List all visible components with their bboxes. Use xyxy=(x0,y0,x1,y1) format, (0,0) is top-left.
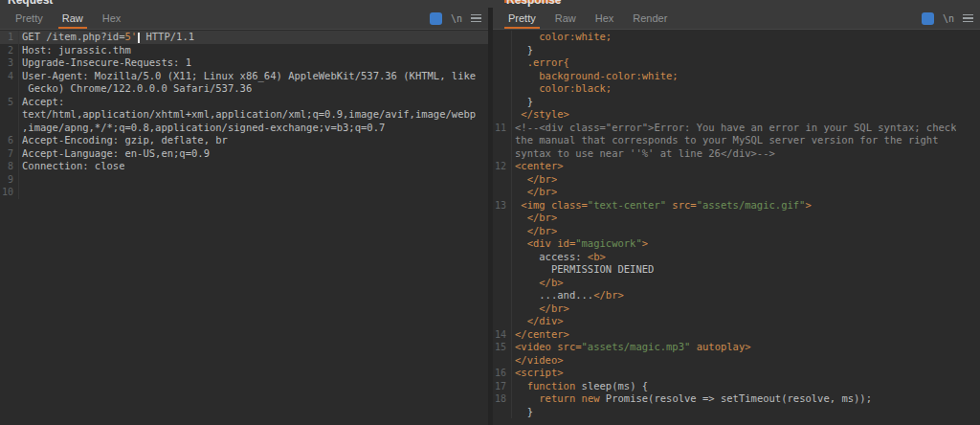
request-tabs: PrettyRawHex xyxy=(6,8,130,29)
code-text: </br> xyxy=(512,302,569,316)
code-line[interactable]: 16<script> xyxy=(493,367,980,380)
code-text: </div> xyxy=(512,315,564,328)
line-number xyxy=(493,315,512,328)
code-line[interactable]: 17 function sleep(ms) { xyxy=(493,380,980,393)
code-line[interactable]: 14</center> xyxy=(493,328,980,342)
code-text: Gecko) Chrome/122.0.0.0 Safari/537.36 xyxy=(19,82,252,96)
request-editor[interactable]: 1GET /item.php?id=5' HTTP/1.12Host: jura… xyxy=(0,30,488,425)
code-line[interactable]: color:black; xyxy=(493,82,980,96)
code-line[interactable]: ,image/apng,*/*;q=0.8,application/signed… xyxy=(0,122,488,135)
line-number: 3 xyxy=(0,56,19,70)
editor-menu-icon[interactable] xyxy=(471,14,481,23)
code-text: Accept-Language: en-US,en;q=0.9 xyxy=(19,147,210,161)
line-number xyxy=(493,237,512,251)
tab-raw[interactable]: Raw xyxy=(53,8,93,29)
code-line[interactable]: the manual that corresponds to your MySQ… xyxy=(493,134,980,147)
code-line[interactable]: </b> xyxy=(493,277,980,290)
tab-pretty[interactable]: Pretty xyxy=(6,8,53,29)
code-text: Connection: close xyxy=(19,160,124,173)
panel-captions: Request Response xyxy=(0,0,980,8)
code-line[interactable]: 10 xyxy=(0,186,488,199)
code-line[interactable]: syntax to use near ''%' at line 26</div>… xyxy=(493,147,980,161)
code-line[interactable]: 13 <img class="text-center" src="assets/… xyxy=(493,199,980,212)
code-line[interactable]: 18 return new Promise(resolve => setTime… xyxy=(493,392,980,406)
code-text: PERMISSION DEINED xyxy=(512,263,654,277)
code-text xyxy=(19,173,22,187)
response-caption-area: Response xyxy=(493,0,980,8)
code-line[interactable]: Gecko) Chrome/122.0.0.0 Safari/537.36 xyxy=(0,82,488,96)
code-line[interactable]: </div> xyxy=(493,315,980,328)
code-line[interactable]: </video> xyxy=(493,354,980,368)
code-text: </b> xyxy=(512,277,564,290)
code-line[interactable]: </br> xyxy=(493,173,980,187)
code-line[interactable]: text/html,application/xhtml+xml,applicat… xyxy=(0,108,488,122)
code-text: </br> xyxy=(512,173,557,187)
code-line[interactable]: 5Accept: xyxy=(0,96,488,109)
code-text: Accept-Encoding: gzip, deflate, br xyxy=(19,134,228,147)
code-text: access: <b> xyxy=(512,251,606,264)
code-line[interactable]: 3Upgrade-Insecure-Requests: 1 xyxy=(0,56,488,70)
response-tabbar: PrettyRawHexRender \n xyxy=(493,8,980,30)
line-number xyxy=(493,251,512,264)
code-text: ...and...</br> xyxy=(512,289,624,302)
code-text: } xyxy=(512,44,533,57)
request-caption[interactable]: Request xyxy=(8,0,53,7)
code-line[interactable]: </br> xyxy=(493,302,980,316)
code-line[interactable]: 11<!--<div class="error">Error: You have… xyxy=(493,122,980,135)
code-line[interactable]: background-color:white; xyxy=(493,70,980,83)
code-text: background-color:white; xyxy=(512,70,679,83)
line-number: 4 xyxy=(0,70,19,83)
code-text: color:white; xyxy=(512,31,612,44)
response-tabs: PrettyRawHexRender xyxy=(499,8,677,29)
code-line[interactable]: ...and...</br> xyxy=(493,289,980,302)
code-line[interactable]: color:white; xyxy=(493,31,980,44)
tab-render[interactable]: Render xyxy=(623,8,677,29)
code-line[interactable]: .error{ xyxy=(493,56,980,70)
tab-hex[interactable]: Hex xyxy=(586,8,624,29)
blue-square-icon[interactable] xyxy=(430,12,442,25)
code-line[interactable]: </br> xyxy=(493,225,980,238)
code-line[interactable]: 8Connection: close xyxy=(0,160,488,173)
code-text: <video src="assets/magic.mp3" autoplay> xyxy=(512,341,751,354)
code-line[interactable]: } xyxy=(493,96,980,109)
code-text: Host: jurassic.thm xyxy=(19,44,131,57)
line-number: 17 xyxy=(493,380,512,393)
code-line[interactable]: 15<video src="assets/magic.mp3" autoplay… xyxy=(493,341,980,354)
line-number xyxy=(493,186,512,199)
nonprintable-chars-icon[interactable]: \n xyxy=(943,13,954,24)
code-line[interactable]: 7Accept-Language: en-US,en;q=0.9 xyxy=(0,147,488,161)
code-line[interactable]: </br> xyxy=(493,186,980,199)
code-line[interactable]: access: <b> xyxy=(493,251,980,264)
code-text: syntax to use near ''%' at line 26</div>… xyxy=(512,147,775,161)
code-line[interactable]: PERMISSION DEINED xyxy=(493,263,980,277)
code-text: color:black; xyxy=(512,82,612,96)
line-number xyxy=(0,122,19,135)
line-number: 13 xyxy=(493,199,512,212)
code-text: </video> xyxy=(512,354,564,368)
code-line[interactable]: 4User-Agent: Mozilla/5.0 (X11; Linux x86… xyxy=(0,70,488,83)
code-text: } xyxy=(512,96,533,109)
blue-square-icon[interactable] xyxy=(922,12,934,25)
nonprintable-chars-icon[interactable]: \n xyxy=(451,13,462,24)
code-line[interactable]: </style> xyxy=(493,108,980,122)
code-line[interactable]: } xyxy=(493,44,980,57)
response-editor[interactable]: color:white; } .error{ background-color:… xyxy=(493,30,980,425)
code-line[interactable]: } xyxy=(493,406,980,419)
code-line[interactable]: </br> xyxy=(493,212,980,225)
tab-raw[interactable]: Raw xyxy=(546,8,586,29)
tab-pretty[interactable]: Pretty xyxy=(499,8,546,29)
code-line[interactable]: 12<center> xyxy=(493,160,980,173)
code-line[interactable]: <div id="magicwork"> xyxy=(493,237,980,251)
line-number: 12 xyxy=(493,160,512,173)
line-number xyxy=(493,302,512,316)
code-line[interactable]: 1GET /item.php?id=5' HTTP/1.1 xyxy=(0,31,488,44)
request-tabbar: PrettyRawHex \n xyxy=(0,8,488,30)
code-line[interactable]: 9 xyxy=(0,173,488,187)
line-number xyxy=(493,289,512,302)
editor-menu-icon[interactable] xyxy=(963,14,973,23)
code-line[interactable]: 2Host: jurassic.thm xyxy=(0,44,488,57)
tab-hex[interactable]: Hex xyxy=(93,8,131,29)
code-line[interactable]: 6Accept-Encoding: gzip, deflate, br xyxy=(0,134,488,147)
request-editor-icons: \n xyxy=(430,8,483,29)
response-caption[interactable]: Response xyxy=(506,0,561,7)
